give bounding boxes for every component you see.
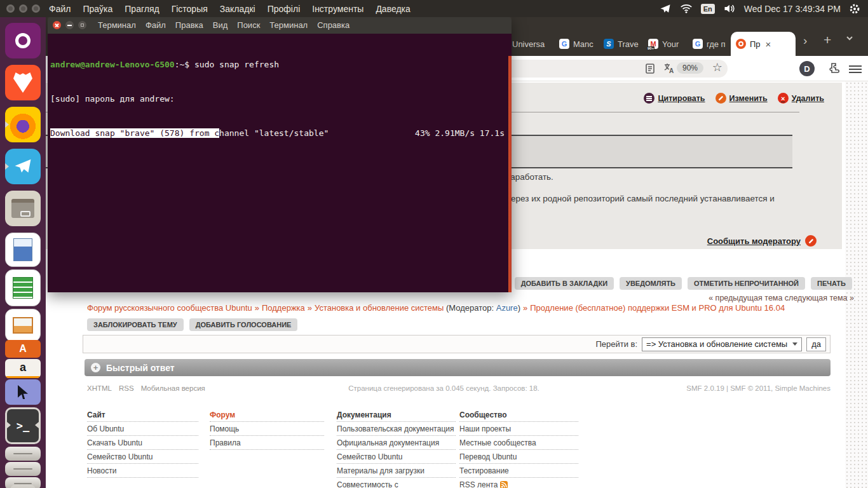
jump-to-select[interactable]: => Установка и обновление системы — [642, 337, 802, 351]
breadcrumb-root[interactable]: Форум русскоязычного сообщества Ubuntu — [87, 303, 252, 313]
mobile-version-link[interactable]: Мобильная версия — [141, 384, 205, 392]
new-tab-button[interactable]: + — [824, 32, 831, 48]
add-poll-button[interactable]: ДОБАВИТЬ ГОЛОСОВАНИЕ — [189, 318, 298, 331]
translate-icon[interactable]: A — [663, 62, 675, 75]
footer-link[interactable]: Семейство Ubuntu — [337, 450, 456, 464]
footer-link[interactable]: Помощь — [210, 422, 324, 436]
footer-link[interactable]: Местные сообщества — [459, 436, 578, 450]
mark-unread-button[interactable]: ОТМЕТИТЬ НЕПРОЧИТАННОЙ — [688, 277, 805, 290]
terminal-dock-icon[interactable]: >_ — [5, 407, 41, 444]
terminal-prompt-line: andrew@andrew-Lenovo-G500:~$ sudo snap r… — [50, 59, 512, 71]
menu-file[interactable]: Файл — [49, 4, 71, 14]
footer-rss-link[interactable]: RSS лента — [459, 478, 578, 488]
telegram-icon[interactable] — [5, 149, 41, 184]
breadcrumb-section[interactable]: Поддержка — [262, 303, 305, 313]
wifi-icon[interactable] — [680, 3, 693, 14]
tab-google-1[interactable]: G Manc — [554, 32, 597, 56]
volume-icon[interactable] — [723, 3, 736, 14]
clock[interactable]: Wed Dec 17 3:49:34 PM — [744, 4, 841, 14]
lock-topic-button[interactable]: ЗАБЛОКИРОВАТЬ ТЕМУ — [87, 318, 184, 331]
tab-close-icon[interactable]: × — [766, 39, 771, 50]
menu-help[interactable]: Даведка — [376, 4, 410, 14]
edit-link[interactable]: Изменить — [715, 93, 768, 104]
appgrid-icon[interactable]: A — [5, 340, 41, 358]
footer-link[interactable]: Семейство Ubuntu — [87, 450, 198, 464]
amazon-icon[interactable]: a — [5, 359, 41, 378]
delete-link[interactable]: × Удалить — [778, 93, 824, 104]
close-icon[interactable] — [6, 4, 15, 13]
trash-icon[interactable] — [10, 485, 36, 488]
footer-link[interactable]: Новости — [87, 464, 198, 478]
footer-link[interactable]: Тестирование — [459, 464, 578, 478]
minimize-icon[interactable] — [19, 4, 27, 13]
footer-link[interactable]: Совместимость с оборудованием — [337, 478, 456, 488]
tab-scroll-icon[interactable]: › — [803, 34, 807, 48]
libreoffice-impress-icon[interactable] — [5, 309, 41, 342]
menu-profiles[interactable]: Профілі — [268, 4, 301, 14]
breadcrumb-board[interactable]: Установка и обновление системы — [315, 303, 444, 313]
firefox-icon[interactable] — [5, 107, 41, 142]
menu-edit[interactable]: Праўка — [83, 4, 112, 14]
menu-edit[interactable]: Правка — [175, 20, 203, 30]
tab-active-forum[interactable]: Пр × — [731, 32, 796, 56]
ubuntu-software-icon[interactable] — [5, 23, 41, 58]
footer-link[interactable]: Об Ubuntu — [87, 422, 198, 436]
maximize-icon[interactable] — [78, 21, 86, 29]
tab-mail[interactable]: M 90+ Your — [643, 32, 686, 56]
reader-mode-icon[interactable] — [644, 62, 656, 75]
print-button[interactable]: ПЕЧАТЬ — [811, 277, 852, 290]
menu-history[interactable]: Гісторыя — [172, 4, 208, 14]
add-bookmark-button[interactable]: ДОБАВИТЬ В ЗАКЛАДКИ — [515, 277, 614, 290]
notify-button[interactable]: УВЕДОМЛЯТЬ — [620, 277, 682, 290]
bookmark-star-icon[interactable]: ☆ — [712, 60, 722, 74]
footer-link[interactable]: Перевод Ubuntu — [459, 450, 578, 464]
menu-tools[interactable]: Інструменты — [312, 4, 363, 14]
libreoffice-writer-icon[interactable] — [5, 233, 41, 267]
menu-view[interactable]: Вид — [213, 20, 228, 30]
tab-travel[interactable]: S Trave — [599, 32, 642, 56]
menu-bookmarks[interactable]: Закладкі — [220, 4, 255, 14]
menu-terminal[interactable]: Терминал — [269, 20, 308, 30]
quote-link[interactable]: Цитировать — [644, 93, 705, 104]
menu-help[interactable]: Справка — [317, 20, 349, 30]
moderator-link[interactable]: Azure — [496, 303, 518, 313]
breadcrumb-topic[interactable]: Продление (бесплатное) поддержки ESM и P… — [530, 303, 785, 313]
tab-google-2[interactable]: G где п — [688, 32, 731, 56]
brave-icon[interactable] — [5, 65, 41, 100]
footer-link[interactable]: Официальная документация — [337, 436, 456, 450]
prev-next-topic-links[interactable]: « предыдущая тема следующая тема » — [709, 294, 854, 302]
menu-search[interactable]: Поиск — [237, 20, 260, 30]
terminal-output[interactable]: andrew@andrew-Lenovo-G500:~$ sudo snap r… — [48, 34, 512, 292]
tab-universal[interactable]: Universa — [507, 32, 552, 56]
profile-avatar[interactable]: D — [799, 61, 815, 76]
quick-reply-header[interactable]: + Быстрый ответ — [85, 359, 831, 376]
pointer-tool-icon[interactable] — [5, 379, 41, 405]
menu-view[interactable]: Прагляд — [125, 4, 159, 14]
extensions-puzzle-icon[interactable] — [827, 62, 840, 74]
rss-link[interactable]: RSS — [119, 384, 134, 392]
keyboard-layout-indicator[interactable]: En — [701, 4, 715, 14]
footer-link[interactable]: Правила — [210, 436, 324, 450]
zoom-level-badge[interactable]: 90% — [677, 62, 703, 74]
terminal-titlebar[interactable]: Терминал Файл Правка Вид Поиск Терминал … — [48, 17, 512, 34]
telegram-tray-icon[interactable] — [659, 3, 672, 15]
xhtml-link[interactable]: XHTML — [87, 384, 112, 392]
disk-icon[interactable] — [5, 462, 41, 476]
tab-search-chevron-icon[interactable] — [845, 34, 854, 43]
report-link[interactable]: Сообщить модератору — [707, 236, 801, 246]
jump-go-button[interactable]: да — [806, 337, 826, 351]
menu-hamburger-icon[interactable] — [849, 64, 862, 74]
libreoffice-calc-icon[interactable] — [5, 269, 41, 306]
footer-link[interactable]: Скачать Ubuntu — [87, 436, 198, 450]
footer-link[interactable]: Материалы для загрузки — [337, 464, 456, 478]
power-gear-icon[interactable] — [849, 3, 860, 15]
menu-terminal-app[interactable]: Терминал — [98, 20, 136, 30]
maximize-icon[interactable] — [32, 4, 40, 13]
disk-icon[interactable] — [5, 447, 41, 461]
file-manager-icon[interactable] — [5, 191, 41, 226]
close-icon[interactable] — [53, 21, 61, 29]
menu-file[interactable]: Файл — [146, 20, 166, 30]
footer-link[interactable]: Пользовательская документация — [337, 422, 456, 436]
footer-link[interactable]: Наши проекты — [459, 422, 578, 436]
minimize-icon[interactable] — [65, 21, 74, 29]
